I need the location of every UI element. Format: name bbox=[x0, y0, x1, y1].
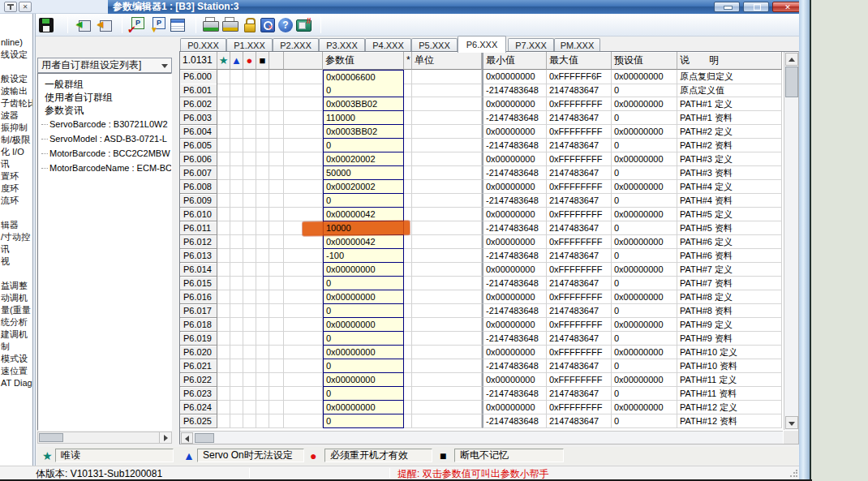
param-value-cell[interactable]: 0 bbox=[323, 277, 404, 290]
copy-params-icon[interactable] bbox=[149, 16, 167, 34]
param-value-cell[interactable]: 50000 bbox=[323, 166, 404, 180]
tree-item[interactable]: 参数资讯 bbox=[38, 104, 171, 117]
scroll-right-icon[interactable] bbox=[159, 432, 171, 443]
dock-item[interactable]: 化 I/O bbox=[0, 146, 32, 158]
dock-item[interactable]: 波输出 bbox=[0, 85, 32, 97]
param-name-cell[interactable]: P6.006 bbox=[180, 152, 217, 166]
print-icon[interactable] bbox=[221, 16, 238, 34]
tree-horizontal-scrollbar[interactable] bbox=[37, 432, 172, 444]
param-name-cell[interactable]: P6.016 bbox=[180, 290, 217, 304]
dock-item[interactable]: 统分析 bbox=[0, 316, 32, 329]
minimize-button[interactable] bbox=[714, 2, 740, 12]
dock-item[interactable]: AT Diagn bbox=[0, 377, 32, 389]
param-value-cell[interactable]: 0 bbox=[323, 359, 404, 373]
verify-params-icon[interactable] bbox=[128, 16, 146, 34]
dock-item[interactable]: 辑器 bbox=[0, 219, 32, 231]
write-to-servo-icon[interactable] bbox=[95, 16, 113, 34]
scroll-up-icon[interactable] bbox=[785, 53, 798, 66]
scrollbar-thumb[interactable] bbox=[39, 433, 63, 442]
dock-item[interactable]: 波器 bbox=[0, 110, 32, 122]
tab-p1.xxx[interactable]: P1.XXX bbox=[226, 38, 273, 52]
scrollbar-thumb[interactable] bbox=[785, 67, 798, 97]
param-name-cell[interactable]: P6.001 bbox=[180, 84, 217, 97]
dock-item[interactable]: 制 bbox=[0, 341, 32, 353]
param-value-cell[interactable]: 0 bbox=[323, 194, 404, 208]
horizontal-scrollbar[interactable] bbox=[180, 431, 783, 444]
param-name-cell[interactable]: P6.020 bbox=[180, 346, 217, 359]
dock-item[interactable]: 振抑制 bbox=[0, 122, 32, 134]
close-button[interactable] bbox=[772, 2, 799, 12]
param-name-cell[interactable]: P6.017 bbox=[180, 304, 217, 318]
save-icon[interactable] bbox=[39, 18, 54, 32]
scroll-left-icon[interactable] bbox=[181, 432, 193, 444]
param-value-cell[interactable]: 10000 bbox=[323, 221, 404, 235]
param-value-cell[interactable]: 0x00000042 bbox=[323, 208, 404, 221]
help-icon[interactable] bbox=[278, 18, 293, 32]
dock-item[interactable]: 流环 bbox=[0, 195, 32, 207]
param-value-cell[interactable]: 0x00000000 bbox=[323, 263, 404, 277]
dock-item[interactable]: 度环 bbox=[0, 183, 32, 195]
param-name-cell[interactable]: P6.024 bbox=[180, 401, 217, 414]
resize-grip-icon[interactable] bbox=[789, 470, 797, 478]
scroll-down-icon[interactable] bbox=[785, 416, 798, 429]
tab-pm.xxx[interactable]: PM.XXX bbox=[554, 38, 600, 52]
dock-item[interactable]: 量(重量 bbox=[0, 304, 32, 316]
vertical-scrollbar[interactable] bbox=[784, 52, 798, 430]
param-name-cell[interactable]: P6.000 bbox=[180, 70, 217, 84]
param-name-cell[interactable]: P6.004 bbox=[180, 125, 217, 139]
param-name-cell[interactable]: P6.015 bbox=[180, 277, 217, 290]
param-name-cell[interactable]: P6.012 bbox=[180, 235, 217, 249]
search-remove-icon[interactable] bbox=[260, 18, 275, 32]
param-name-cell[interactable]: P6.002 bbox=[180, 97, 217, 111]
param-value-cell[interactable]: 0x00020002 bbox=[323, 152, 404, 166]
param-value-cell[interactable]: 0x00000042 bbox=[323, 235, 404, 249]
param-value-cell[interactable]: 0 bbox=[323, 387, 404, 401]
param-value-cell[interactable]: 0x00000000 bbox=[323, 373, 404, 387]
tree-detail-item[interactable]: ServoModel : ASD-B3-0721-L bbox=[38, 131, 171, 146]
lock-icon[interactable] bbox=[241, 16, 257, 34]
dock-item[interactable]: 子齿轮比 bbox=[0, 97, 32, 110]
read-from-servo-icon[interactable] bbox=[74, 16, 92, 34]
pin-icon[interactable] bbox=[4, 2, 17, 12]
param-value-cell[interactable]: 0 bbox=[323, 414, 404, 428]
param-value-cell[interactable]: -100 bbox=[323, 249, 404, 263]
dock-item[interactable]: 益调整 bbox=[0, 280, 32, 292]
param-value-cell[interactable]: 0x00000000 bbox=[323, 290, 404, 304]
param-value-cell[interactable]: 0x00006600 bbox=[323, 70, 404, 84]
param-name-cell[interactable]: P6.014 bbox=[180, 263, 217, 277]
param-name-cell[interactable]: P6.025 bbox=[180, 414, 217, 428]
tab-p0.xxx[interactable]: P0.XXX bbox=[180, 38, 226, 52]
close-icon[interactable]: ✕ bbox=[19, 2, 32, 12]
dock-item[interactable]: 制/极限 bbox=[0, 134, 32, 146]
param-value-cell[interactable]: 0x0003BB02 bbox=[323, 97, 404, 111]
tree-item[interactable]: 一般群组 bbox=[38, 78, 171, 91]
param-name-cell[interactable]: P6.013 bbox=[180, 249, 217, 263]
tree-detail-item[interactable]: ServoBarcode : B30721L0W2 bbox=[38, 117, 171, 131]
tab-p5.xxx[interactable]: P5.XXX bbox=[411, 38, 458, 52]
param-value-cell[interactable]: 0x0003BB02 bbox=[323, 125, 404, 139]
param-value-cell[interactable]: 0x00000000 bbox=[323, 401, 404, 414]
tab-p7.xxx[interactable]: P7.XXX bbox=[508, 38, 554, 52]
tree-detail-item[interactable]: MotorBarcodeName : ECM-BC bbox=[38, 161, 171, 175]
restore-button[interactable] bbox=[743, 2, 769, 12]
param-name-cell[interactable]: P6.003 bbox=[180, 111, 217, 125]
tab-p3.xxx[interactable]: P3.XXX bbox=[319, 38, 365, 52]
param-name-cell[interactable]: P6.019 bbox=[180, 332, 217, 346]
print-preview-icon[interactable] bbox=[202, 16, 218, 34]
param-value-cell[interactable]: 0 bbox=[323, 84, 404, 97]
dock-item[interactable]: 讯 bbox=[0, 158, 32, 170]
param-value-cell[interactable]: 0x00000000 bbox=[323, 346, 404, 359]
param-value-cell[interactable]: 0 bbox=[323, 332, 404, 346]
param-value-cell[interactable]: 0 bbox=[323, 304, 404, 318]
param-value-cell[interactable]: 110000 bbox=[323, 111, 404, 125]
dock-item[interactable]: 视 bbox=[0, 256, 32, 268]
panel-divider[interactable] bbox=[32, 14, 36, 466]
tab-p2.xxx[interactable]: P2.XXX bbox=[273, 38, 319, 52]
param-name-cell[interactable]: P6.009 bbox=[180, 194, 217, 208]
dock-item[interactable]: 般设定 bbox=[0, 73, 32, 85]
param-name-cell[interactable]: P6.022 bbox=[180, 373, 217, 387]
dock-item[interactable]: 讯 bbox=[0, 243, 32, 256]
diagnosis-icon[interactable] bbox=[296, 19, 312, 32]
dock-item[interactable]: 速位置 bbox=[0, 365, 32, 377]
dock-item[interactable]: 模式设 bbox=[0, 353, 32, 365]
